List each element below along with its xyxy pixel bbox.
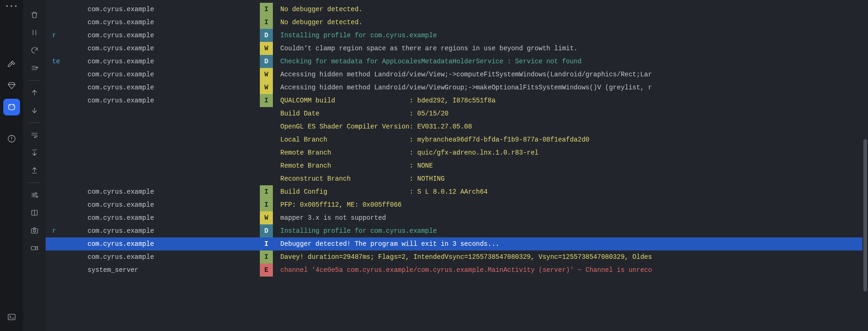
log-package (88, 120, 260, 133)
log-row[interactable]: Build Date : 05/15/20 (46, 107, 862, 120)
log-prefix (46, 159, 88, 172)
log-row[interactable]: com.cyrus.exampleIDavey! duration=29487m… (46, 250, 862, 263)
logcat-icon[interactable] (3, 99, 20, 115)
log-package (88, 133, 260, 146)
log-row[interactable]: Reconstruct Branch : NOTHING (46, 172, 862, 185)
terminal-icon[interactable] (3, 309, 20, 325)
log-row[interactable]: Local Branch : mybranchea96df7d-bfda-f1b… (46, 133, 862, 146)
warning-icon[interactable] (3, 130, 20, 147)
trash-icon[interactable] (26, 7, 43, 23)
log-prefix: r (46, 224, 88, 237)
log-message: mapper 3.x is not supported (280, 211, 862, 224)
log-package: com.cyrus.example (88, 81, 260, 94)
log-level-badge: I (260, 3, 273, 16)
svg-point-7 (33, 230, 35, 232)
log-row[interactable]: com.cyrus.exampleIDebugger detected! The… (46, 237, 862, 250)
diamond-icon[interactable] (3, 77, 20, 94)
log-message: Reconstruct Branch : NOTHING (280, 172, 862, 185)
log-message: PFP: 0x005ff112, ME: 0x005ff066 (280, 198, 862, 211)
log-prefix (46, 237, 88, 250)
log-row[interactable]: system_serverEchannel '4ce0e5a com.cyrus… (46, 263, 862, 277)
log-level-badge (260, 172, 273, 185)
arrow-down-icon[interactable] (26, 102, 43, 119)
log-level-badge: I (260, 94, 273, 107)
log-message: Remote Branch : NONE (280, 159, 862, 172)
log-message: Accessing hidden method Landroid/view/Vi… (280, 81, 862, 94)
log-prefix (46, 250, 88, 263)
log-prefix (46, 42, 88, 55)
svg-point-4 (36, 196, 38, 197)
hammer-icon[interactable] (3, 56, 20, 73)
more-dots-icon[interactable]: ••• (5, 3, 18, 10)
log-package: system_server (88, 263, 260, 277)
scroll-thumb[interactable] (863, 139, 867, 291)
log-level-badge: I (260, 198, 273, 211)
vertical-scrollbar[interactable] (862, 0, 868, 331)
scroll-to-end-icon[interactable] (26, 60, 43, 76)
log-package: com.cyrus.example (88, 198, 260, 211)
arrow-up-icon[interactable] (26, 84, 43, 101)
split-icon[interactable] (26, 204, 43, 221)
log-package (88, 159, 260, 172)
log-level-badge: W (260, 68, 273, 81)
log-package: com.cyrus.example (88, 42, 260, 55)
refresh-icon[interactable] (26, 42, 43, 59)
log-prefix (46, 185, 88, 198)
log-row[interactable]: com.cyrus.exampleIBuild Config : S L 8.0… (46, 185, 862, 198)
log-row[interactable]: com.cyrus.exampleINo debugger detected. (46, 3, 862, 16)
log-row[interactable]: com.cyrus.exampleIPFP: 0x005ff112, ME: 0… (46, 198, 862, 211)
log-level-badge: D (260, 55, 273, 68)
log-package: com.cyrus.example (88, 16, 260, 29)
log-package: com.cyrus.example (88, 29, 260, 42)
log-package: com.cyrus.example (88, 250, 260, 263)
pause-icon[interactable] (26, 24, 43, 41)
log-package: com.cyrus.example (88, 94, 260, 107)
log-prefix: te (46, 55, 88, 68)
log-prefix (46, 146, 88, 159)
log-message: Remote Branch : quic/gfx-adreno.lnx.1.0.… (280, 146, 862, 159)
log-prefix (46, 198, 88, 211)
log-package: com.cyrus.example (88, 55, 260, 68)
log-level-badge: W (260, 42, 273, 55)
log-row[interactable]: Remote Branch : quic/gfx-adreno.lnx.1.0.… (46, 146, 862, 159)
log-row[interactable]: Remote Branch : NONE (46, 159, 862, 172)
log-prefix (46, 120, 88, 133)
log-message: Checking for metadata for AppLocalesMeta… (280, 55, 862, 68)
log-package: com.cyrus.example (88, 3, 260, 16)
export-icon[interactable] (26, 162, 43, 179)
log-row[interactable]: com.cyrus.exampleWAccessing hidden metho… (46, 81, 862, 94)
log-package: com.cyrus.example (88, 224, 260, 237)
log-message: Build Date : 05/15/20 (280, 107, 862, 120)
log-row[interactable]: com.cyrus.exampleINo debugger detected. (46, 16, 862, 29)
log-row[interactable]: rcom.cyrus.exampleDInstalling profile fo… (46, 224, 862, 237)
log-row[interactable]: com.cyrus.exampleWCouldn't clamp region … (46, 42, 862, 55)
log-row[interactable]: OpenGL ES Shader Compiler Version: EV031… (46, 120, 862, 133)
log-row[interactable]: rcom.cyrus.exampleDInstalling profile fo… (46, 29, 862, 42)
log-level-badge: I (260, 237, 273, 250)
logcat-output[interactable]: com.cyrus.exampleINo debugger detected.c… (46, 0, 862, 331)
log-message: Debugger detected! The program will exit… (280, 237, 862, 250)
log-level-badge: I (260, 185, 273, 198)
soft-wrap-icon[interactable] (26, 127, 43, 143)
log-level-badge: D (260, 224, 273, 237)
log-message: QUALCOMM build : bded292, I878c551f8a (280, 94, 862, 107)
log-package (88, 146, 260, 159)
log-row[interactable]: com.cyrus.exampleWAccessing hidden metho… (46, 68, 862, 81)
log-package (88, 172, 260, 185)
log-row[interactable]: com.cyrus.exampleWmapper 3.x is not supp… (46, 211, 862, 224)
settings-icon[interactable] (26, 187, 43, 203)
activity-bar: ••• (0, 0, 23, 331)
log-prefix: r (46, 29, 88, 42)
log-row[interactable]: com.cyrus.exampleIQUALCOMM build : bded2… (46, 94, 862, 107)
log-package: com.cyrus.example (88, 211, 260, 224)
log-message: Local Branch : mybranchea96df7d-bfda-f1b… (280, 133, 862, 146)
video-icon[interactable] (26, 240, 43, 257)
log-message: Build Config : S L 8.0.12 AArch64 (280, 185, 862, 198)
log-prefix (46, 68, 88, 81)
import-icon[interactable] (26, 144, 43, 161)
log-row[interactable]: tecom.cyrus.exampleDChecking for metadat… (46, 55, 862, 68)
camera-icon[interactable] (26, 222, 43, 239)
log-level-badge: I (260, 250, 273, 263)
log-prefix (46, 94, 88, 107)
log-message: Accessing hidden method Landroid/view/Vi… (280, 68, 862, 81)
